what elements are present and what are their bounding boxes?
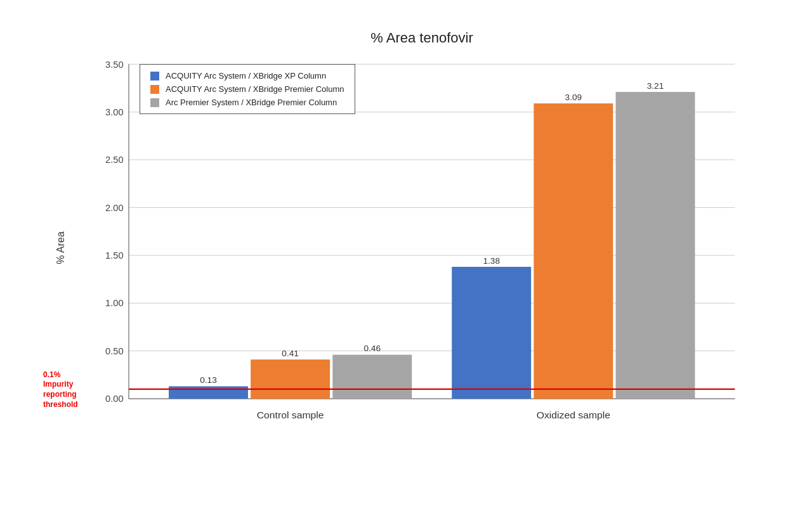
legend-swatch-0	[150, 72, 159, 81]
impurity-label: 0.1%Impurityreportingthreshold	[43, 370, 86, 410]
svg-rect-29	[616, 92, 695, 399]
svg-text:2.00: 2.00	[105, 203, 124, 213]
chart-container: % Area tenofovir % Area ACQUITY Arc Syst…	[32, 17, 780, 499]
svg-text:Oxidized sample: Oxidized sample	[537, 410, 610, 420]
svg-text:3.21: 3.21	[647, 81, 664, 91]
svg-text:0.00: 0.00	[105, 394, 124, 404]
svg-rect-20	[251, 359, 330, 399]
legend-item: ACQUITY Arc System / XBridge XP Column	[150, 71, 344, 81]
svg-text:2.50: 2.50	[105, 155, 124, 165]
svg-rect-25	[452, 267, 531, 399]
svg-text:3.09: 3.09	[565, 93, 582, 102]
legend: ACQUITY Arc System / XBridge XP ColumnAC…	[140, 64, 355, 114]
legend-label-0: ACQUITY Arc System / XBridge XP Column	[166, 71, 326, 81]
svg-text:3.00: 3.00	[105, 107, 124, 117]
legend-item: Arc Premier System / XBridge Premier Col…	[150, 98, 344, 107]
y-axis-label: % Area	[55, 231, 67, 264]
svg-text:0.50: 0.50	[105, 346, 124, 356]
chart-area: % Area ACQUITY Arc System / XBridge XP C…	[89, 58, 755, 438]
svg-rect-22	[332, 355, 412, 399]
svg-text:1.50: 1.50	[105, 250, 124, 261]
svg-rect-27	[534, 103, 613, 399]
svg-text:Control sample: Control sample	[257, 410, 324, 420]
svg-text:0.46: 0.46	[364, 344, 381, 354]
svg-text:3.50: 3.50	[105, 60, 124, 70]
svg-text:0.13: 0.13	[200, 375, 217, 385]
chart-svg: 0.000.501.001.502.002.503.003.500.130.41…	[89, 58, 755, 438]
svg-text:1.38: 1.38	[483, 256, 500, 266]
svg-text:1.00: 1.00	[105, 298, 124, 308]
legend-swatch-1	[150, 85, 159, 94]
svg-text:0.41: 0.41	[282, 349, 299, 358]
svg-rect-18	[169, 386, 248, 399]
chart-title: % Area tenofovir	[89, 30, 755, 46]
legend-label-2: Arc Premier System / XBridge Premier Col…	[166, 98, 337, 107]
legend-swatch-2	[150, 98, 159, 107]
legend-label-1: ACQUITY Arc System / XBridge Premier Col…	[166, 84, 344, 94]
legend-item: ACQUITY Arc System / XBridge Premier Col…	[150, 84, 344, 94]
